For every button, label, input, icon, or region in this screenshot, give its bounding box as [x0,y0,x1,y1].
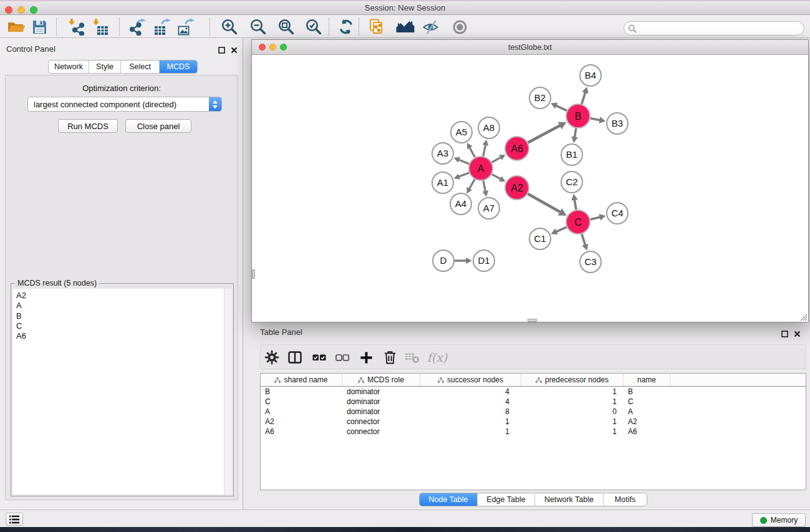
cell-successor-nodes[interactable]: 8 [420,407,521,417]
save-session-button[interactable] [29,16,50,37]
graph-edge-A-A1[interactable] [454,173,470,180]
table-row[interactable]: Adominator80A [261,407,806,417]
mcds-result-item[interactable]: B [12,311,232,321]
mcds-result-list[interactable]: A2ABCA6 [12,289,232,495]
import-network-button[interactable] [65,16,86,37]
tab-node-table[interactable]: Node Table [420,493,478,506]
table-row[interactable]: A2connector11A2 [261,417,806,427]
table-settings-button[interactable] [264,349,280,365]
add-column-button[interactable] [358,349,374,365]
mcds-result-item[interactable]: A2 [12,291,232,301]
graph-node-D1[interactable]: D1 [473,250,494,271]
graph-edge-A-A8[interactable] [483,140,489,157]
graph-node-A[interactable]: A [469,157,493,180]
cell-shared-name[interactable]: C [261,397,342,407]
zoom-fit-button[interactable] [276,16,297,37]
network-window-titlebar[interactable]: testGlobe.txt [252,40,808,55]
memory-button[interactable]: Memory [752,513,806,527]
tab-style[interactable]: Style [89,60,121,73]
export-table-button[interactable] [152,16,173,37]
cell-shared-name[interactable]: A6 [261,427,342,437]
graph-edge-B-B2[interactable] [551,103,567,111]
cell-mcds-role[interactable]: dominator [342,387,420,397]
function-builder-button[interactable]: f(x) [425,349,450,365]
graph-edge-A-A2[interactable] [492,174,506,181]
cell-successor-nodes[interactable]: 4 [420,387,521,397]
cell-shared-name[interactable]: A2 [261,417,342,427]
horizontal-scrollbar-thumb[interactable] [528,319,537,322]
export-network-button[interactable] [128,16,149,37]
graph-edge-B-B1[interactable] [571,128,578,143]
zoom-selected-button[interactable] [303,16,324,37]
mcds-result-item[interactable]: C [12,321,232,331]
table-row[interactable]: A6connector11A6 [261,427,806,437]
graph-node-D[interactable]: D [433,250,454,271]
search-field[interactable] [624,21,804,36]
graph-node-C2[interactable]: C2 [561,172,582,193]
table-row[interactable]: Cdominator41C [261,397,806,407]
cell-name[interactable]: A [624,407,670,417]
graph-edge-A-A4[interactable] [466,179,475,193]
zoom-out-button[interactable] [248,16,269,37]
close-panel-button[interactable]: Close panel [125,119,191,133]
delete-column-button[interactable] [382,349,398,365]
mcds-result-item[interactable]: A [12,301,232,311]
graph-node-C3[interactable]: C3 [580,251,601,273]
cell-shared-name[interactable]: B [261,387,342,397]
cell-mcds-role[interactable]: connector [342,427,420,437]
graph-edge-A-A7[interactable] [483,181,489,197]
graph-node-C1[interactable]: C1 [529,228,551,249]
cell-name[interactable]: B [624,387,670,397]
cell-name[interactable]: A6 [624,427,670,437]
graph-node-B4[interactable]: B4 [580,65,601,86]
cell-predecessor-nodes[interactable]: 1 [521,387,624,397]
graph-node-B2[interactable]: B2 [529,87,551,109]
select-all-button[interactable] [311,349,327,365]
graph-edge-D-D1[interactable] [455,258,472,264]
task-history-button[interactable] [6,513,23,526]
tab-network[interactable]: Network [49,60,89,73]
graph-node-B3[interactable]: B3 [607,113,628,134]
graph-edge-C-C1[interactable] [551,227,566,235]
float-table-panel-icon[interactable] [781,329,788,340]
cell-successor-nodes[interactable]: 1 [420,417,521,427]
search-input[interactable] [639,24,804,33]
graph-node-C4[interactable]: C4 [607,203,628,224]
graph-node-B1[interactable]: B1 [561,144,582,165]
graph-node-B[interactable]: B [566,104,590,128]
copy-network-document-button[interactable] [367,16,388,37]
show-graphics-details-button[interactable] [449,16,470,37]
delete-table-button[interactable] [404,349,420,365]
column-header-successor-nodes[interactable]: successor nodes [420,374,521,386]
graph-edge-A2-C[interactable] [528,194,566,216]
network-graph[interactable]: AA6A2BCA5A8A3A1A4A7B2B4B3B1C2C4C1C3DD1 [252,56,808,322]
graph-node-A1[interactable]: A1 [432,172,453,193]
run-mcds-button[interactable]: Run MCDS [58,119,118,133]
graph-node-A4[interactable]: A4 [450,193,471,215]
tab-edge-table[interactable]: Edge Table [478,493,535,506]
close-panel-icon[interactable] [231,45,238,56]
export-image-button[interactable] [176,16,197,37]
cell-name[interactable]: A2 [624,417,670,427]
resize-grip-icon[interactable] [799,313,808,321]
float-panel-icon[interactable] [218,45,225,56]
deselect-all-button[interactable] [334,349,350,365]
graph-edge-A-A6[interactable] [492,155,506,162]
home-button[interactable] [395,16,416,37]
column-header-predecessor-nodes[interactable]: predecessor nodes [521,374,624,386]
zoom-in-button[interactable] [219,16,240,37]
tab-network-table[interactable]: Network Table [535,493,604,506]
graph-edge-B-B3[interactable] [591,117,606,123]
network-canvas[interactable]: AA6A2BCA5A8A3A1A4A7B2B4B3B1C2C4C1C3DD1 [252,56,808,322]
cell-predecessor-nodes[interactable]: 1 [521,417,624,427]
column-header-shared-name[interactable]: shared name [261,374,342,386]
tab-mcds[interactable]: MCDS [160,60,197,73]
node-table[interactable]: shared nameMCDS rolesuccessor nodesprede… [260,373,806,490]
cell-shared-name[interactable]: A [261,407,342,417]
graph-node-C[interactable]: C [566,210,590,234]
hide-graphics-details-button[interactable] [420,16,441,37]
cell-predecessor-nodes[interactable]: 0 [521,407,624,417]
cell-mcds-role[interactable]: connector [342,417,420,427]
graph-node-A6[interactable]: A6 [505,137,529,160]
graph-node-A5[interactable]: A5 [451,122,472,143]
